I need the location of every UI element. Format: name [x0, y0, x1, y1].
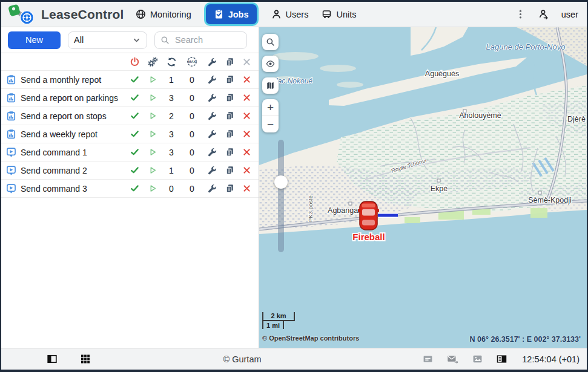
job-executions-count: 0 [162, 184, 181, 194]
refresh-icon[interactable] [167, 57, 177, 67]
execute-job-icon[interactable] [148, 148, 157, 157]
job-properties-wrench-icon[interactable] [208, 184, 217, 193]
job-delete-icon[interactable] [242, 184, 251, 193]
job-delete-icon[interactable] [242, 148, 251, 157]
map[interactable]: Lagune de Porto-Novo lac Nokoué Aguégués… [259, 27, 587, 348]
media-image-icon[interactable] [472, 354, 483, 364]
notifications-mail-icon[interactable] [446, 354, 459, 364]
job-executions-count: 1 [162, 166, 181, 175]
zoom-in-button[interactable]: + [262, 99, 279, 116]
map-canvas[interactable]: Lagune de Porto-Novo lac Nokoué Aguégués… [259, 27, 587, 348]
current-user-name[interactable]: user [561, 10, 578, 19]
jobs-search-input[interactable] [174, 34, 240, 45]
job-name: Send a report on stops [21, 111, 125, 121]
max-executions-icon[interactable]: MAX [187, 56, 197, 67]
report-job-icon [6, 93, 16, 103]
report-job-icon [6, 111, 16, 121]
job-errors-count: 0 [181, 75, 203, 85]
clipboard-check-icon [214, 9, 224, 19]
lease-control-logo-icon [7, 4, 36, 25]
unit-name-label: Fireball [352, 232, 385, 242]
topbar-right: user [515, 9, 587, 19]
execute-job-icon[interactable] [148, 184, 157, 193]
job-active-check-icon [130, 148, 139, 157]
job-properties-wrench-icon[interactable] [208, 75, 217, 84]
toggle-panel-icon[interactable] [46, 354, 58, 364]
tab-units-label: Units [336, 10, 356, 19]
job-row[interactable]: Send a monthly repot 1 0 [1, 71, 259, 89]
tab-users-label: Users [286, 10, 309, 19]
job-row[interactable]: Send command 3 0 0 [1, 180, 259, 198]
command-job-icon [6, 147, 16, 157]
job-delete-icon[interactable] [242, 111, 251, 120]
job-copy-icon[interactable] [225, 93, 234, 102]
job-copy-icon[interactable] [225, 129, 234, 139]
tab-monitoring[interactable]: Monitoring [131, 5, 196, 23]
app-title: LeaseControl [41, 7, 124, 22]
job-delete-icon[interactable] [242, 93, 251, 102]
job-copy-icon[interactable] [225, 111, 234, 120]
execute-job-icon[interactable] [148, 166, 157, 175]
map-search-button[interactable] [262, 34, 279, 50]
job-copy-icon[interactable] [225, 75, 234, 84]
settings-gears-icon[interactable] [148, 57, 158, 67]
gurtam-copyright: © Gurtam [223, 354, 261, 364]
job-executions-count: 2 [162, 111, 181, 121]
job-properties-wrench-icon[interactable] [208, 129, 217, 139]
job-errors-count: 0 [181, 129, 203, 139]
job-properties-wrench-icon[interactable] [208, 111, 217, 120]
job-row[interactable]: Send a weekly repot 3 0 [1, 125, 259, 143]
job-row[interactable]: Send a report on parkings 3 0 [1, 89, 259, 107]
execute-job-icon[interactable] [148, 93, 157, 102]
toggle-jobs-power-icon[interactable] [130, 57, 140, 67]
switch-user-icon[interactable] [538, 9, 549, 19]
map-label-lake: lac Nokoué [276, 77, 312, 85]
job-row[interactable]: Send command 2 1 0 [1, 162, 259, 180]
tab-jobs[interactable]: Jobs [206, 4, 257, 24]
map-label-aguegues: Aguégués [425, 70, 459, 78]
job-copy-icon[interactable] [225, 166, 234, 175]
map-visibility-button[interactable] [262, 56, 279, 72]
jobs-filter-select[interactable]: All [68, 31, 147, 49]
map-attribution: © OpenStreetMap contributors [262, 334, 359, 342]
clock-time: 12:54:04 (+01) [522, 354, 580, 364]
job-delete-icon[interactable] [242, 166, 251, 175]
zoom-out-button[interactable]: − [262, 116, 279, 132]
job-delete-icon[interactable] [242, 75, 251, 84]
copy-column-icon[interactable] [225, 57, 234, 67]
map-label-seme-kpodji: Sèmè-Kpodji [528, 196, 572, 204]
zoom-slider-track[interactable] [278, 140, 284, 252]
job-errors-count: 0 [181, 111, 203, 121]
job-active-check-icon [130, 166, 139, 175]
execute-job-icon[interactable] [148, 75, 157, 84]
map-layers-button[interactable] [262, 77, 279, 94]
new-job-button[interactable]: New [8, 31, 61, 49]
job-properties-wrench-icon[interactable] [208, 148, 217, 157]
job-properties-wrench-icon[interactable] [208, 93, 217, 102]
delete-column-icon[interactable] [242, 57, 251, 67]
job-copy-icon[interactable] [225, 184, 234, 193]
log-panel-icon[interactable] [422, 354, 434, 364]
main-nav: Monitoring Jobs Users Units [131, 4, 361, 24]
execute-job-icon[interactable] [148, 129, 157, 139]
jobs-search-box [154, 31, 247, 49]
job-delete-icon[interactable] [242, 129, 251, 139]
main-area: New All MAX [1, 27, 587, 348]
report-job-icon [6, 74, 16, 85]
map-label-lagoon: Lagune de Porto-Novo [486, 42, 566, 51]
apps-grid-icon[interactable] [80, 354, 91, 364]
properties-wrench-icon[interactable] [208, 57, 217, 67]
execute-job-icon[interactable] [148, 111, 157, 120]
job-row[interactable]: Send command 1 3 0 [1, 143, 259, 162]
job-row[interactable]: Send a report on stops 2 0 [1, 107, 259, 125]
tab-jobs-label: Jobs [228, 10, 249, 19]
job-properties-wrench-icon[interactable] [208, 166, 217, 175]
zoom-slider-handle[interactable] [274, 175, 288, 189]
tab-users[interactable]: Users [266, 5, 314, 23]
job-copy-icon[interactable] [225, 148, 234, 157]
tab-units[interactable]: Units [317, 5, 361, 23]
kebab-menu-icon[interactable] [515, 9, 526, 19]
job-active-check-icon [130, 129, 139, 139]
layout-contrast-icon[interactable] [496, 354, 507, 364]
eye-icon [266, 59, 275, 68]
